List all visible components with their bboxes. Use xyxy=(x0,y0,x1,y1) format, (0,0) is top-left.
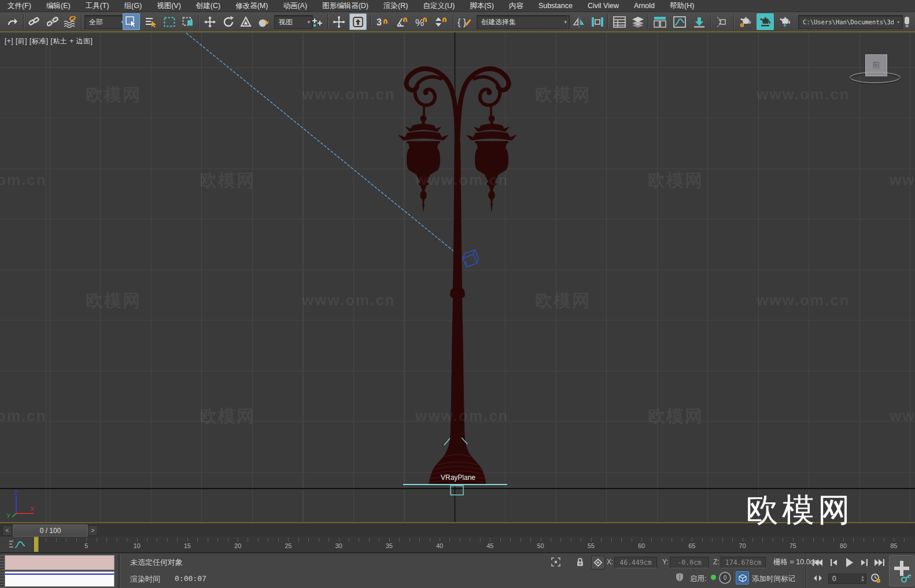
viewport-front[interactable]: Z X y [+] [前] [标准] [粘土 + 边面] 前 VRayPlane… xyxy=(0,32,915,522)
maxscript-listener-panel[interactable] xyxy=(5,571,115,587)
frame-tick xyxy=(611,538,612,542)
percent-snap-toggle[interactable]: % xyxy=(413,13,430,30)
clipped-toolbar-icon[interactable] xyxy=(900,13,914,30)
menu-edit[interactable]: 编辑(E) xyxy=(39,0,78,12)
render-production-button[interactable] xyxy=(776,13,794,30)
current-frame-value: 0 xyxy=(832,575,836,583)
spinner-snap-toggle[interactable] xyxy=(433,13,450,30)
select-and-place-button[interactable] xyxy=(254,13,272,30)
zero-badge[interactable]: 0 xyxy=(719,572,731,584)
menu-rendering[interactable]: 渲染(R) xyxy=(376,0,415,12)
align-button[interactable] xyxy=(589,13,606,30)
absolute-offset-mode-toggle[interactable] xyxy=(591,556,605,569)
named-selection-set-dropdown[interactable]: 创建选择集 ▾ xyxy=(477,15,570,29)
menu-create[interactable]: 创建(C) xyxy=(189,0,228,12)
frame-tick xyxy=(319,538,319,542)
current-frame-field[interactable]: 0 ▲▼ xyxy=(828,574,866,584)
viewport-label[interactable]: [+] [前] [标准] [粘土 + 边面] xyxy=(5,36,93,46)
frame-tick xyxy=(662,538,662,542)
frame-tick xyxy=(783,538,783,542)
menu-customize[interactable]: 自定义(U) xyxy=(415,0,462,12)
menu-scripting[interactable]: 脚本(S) xyxy=(462,0,501,12)
reference-coord-dropdown[interactable]: 视图 ▾ xyxy=(274,15,313,29)
frame-tick xyxy=(329,538,329,542)
time-tag-cube-button[interactable] xyxy=(736,571,749,585)
bind-spacewarp-icon[interactable] xyxy=(61,13,79,30)
menu-views[interactable]: 视图(V) xyxy=(149,0,189,12)
time-configuration-button[interactable] xyxy=(869,572,883,585)
unlink-icon[interactable] xyxy=(44,13,61,30)
dashed-arrows-icon[interactable] xyxy=(714,13,731,30)
select-and-move-button[interactable] xyxy=(201,13,219,30)
current-frame-marker[interactable] xyxy=(34,537,39,552)
redo-button[interactable] xyxy=(3,13,21,30)
curve-editor-button[interactable] xyxy=(671,13,688,30)
play-button[interactable] xyxy=(841,556,857,569)
shield-icon[interactable] xyxy=(673,571,686,583)
project-folder-dropdown[interactable]: C:\Users\Han\Documents\3ds Max 2022 ▾ xyxy=(798,15,903,29)
y-coordinate-field[interactable]: -0.0cm xyxy=(670,557,709,568)
select-object-button[interactable] xyxy=(123,13,140,30)
statusbar-grip[interactable] xyxy=(0,554,4,588)
select-and-manipulate-button[interactable] xyxy=(330,13,348,30)
macro-recorder-panel[interactable] xyxy=(5,555,115,570)
menu-animation[interactable]: 动画(A) xyxy=(275,0,315,12)
mirror-button[interactable] xyxy=(570,13,588,30)
x-coordinate-field[interactable]: 46.449cm xyxy=(614,557,657,568)
frame-spinner[interactable]: ▲▼ xyxy=(861,575,865,582)
angle-snap-toggle[interactable] xyxy=(393,13,411,30)
add-time-tag[interactable]: 添加时间标记 xyxy=(752,574,795,584)
go-to-end-button[interactable] xyxy=(872,556,887,569)
divider xyxy=(119,554,120,588)
mini-curve-editor-button[interactable] xyxy=(0,537,34,552)
snap-toggle-3d[interactable]: 3 xyxy=(374,13,391,30)
menu-group[interactable]: 组(G) xyxy=(117,0,150,12)
time-slider-handle[interactable]: 0 / 100 xyxy=(13,524,88,537)
scene-explorer-toggle[interactable] xyxy=(611,13,628,30)
menu-file[interactable]: 文件(F) xyxy=(0,0,39,12)
lamp-model[interactable] xyxy=(398,69,517,485)
isolate-selection-toggle[interactable] xyxy=(549,556,562,568)
keyboard-override-toggle[interactable] xyxy=(349,13,367,30)
time-slider-prev-button[interactable]: < xyxy=(2,525,12,536)
select-by-name-button[interactable] xyxy=(142,13,160,30)
menu-content[interactable]: 内容 xyxy=(501,0,531,12)
frame-label: 10 xyxy=(133,542,140,549)
previous-frame-button[interactable] xyxy=(826,556,840,569)
schematic-view-button[interactable] xyxy=(691,13,708,30)
menu-substance[interactable]: Substance xyxy=(531,0,580,12)
z-coordinate-field[interactable]: 174.678cm xyxy=(721,557,766,568)
frame-tick xyxy=(419,538,420,542)
frame-tick xyxy=(521,538,521,542)
vrayplane-label[interactable]: VRayPlane xyxy=(437,474,479,482)
frame-tick xyxy=(813,538,814,542)
go-to-start-button[interactable] xyxy=(810,556,824,569)
menu-civil-view[interactable]: Civil View xyxy=(580,0,626,12)
use-pivot-center-button[interactable] xyxy=(309,13,326,30)
select-and-rotate-button[interactable] xyxy=(220,13,237,30)
layer-explorer-toggle[interactable] xyxy=(629,13,647,30)
track-bar[interactable]: 0510152025303540455055606570758085 xyxy=(0,537,915,553)
link-icon[interactable] xyxy=(25,13,43,30)
window-crossing-toggle[interactable] xyxy=(179,13,197,30)
viewcube[interactable]: 前 xyxy=(865,54,887,76)
render-setup-button[interactable] xyxy=(737,13,754,30)
edit-named-sets-button[interactable]: { } xyxy=(456,13,473,30)
selection-filter-dropdown[interactable]: 全部 ▾ xyxy=(84,15,127,29)
menu-graph-editors[interactable]: 图形编辑器(D) xyxy=(315,0,376,12)
set-key-button[interactable] xyxy=(889,555,914,586)
time-slider-next-button[interactable]: > xyxy=(88,525,98,536)
rendered-frame-window-button[interactable] xyxy=(757,13,774,30)
key-mode-toggle[interactable] xyxy=(811,572,825,584)
next-frame-button[interactable] xyxy=(857,556,872,569)
menu-tools[interactable]: 工具(T) xyxy=(78,0,117,12)
ribbon-toggle[interactable] xyxy=(651,13,669,30)
menu-arnold[interactable]: Arnold xyxy=(626,0,662,12)
select-and-scale-button[interactable] xyxy=(237,13,254,30)
menu-help[interactable]: 帮助(H) xyxy=(662,0,702,12)
helper-cube-gizmo[interactable] xyxy=(459,250,478,267)
rectangular-selection-region-button[interactable] xyxy=(161,13,178,30)
selection-lock-toggle[interactable] xyxy=(574,556,586,568)
frame-tick xyxy=(510,538,511,542)
menu-modifiers[interactable]: 修改器(M) xyxy=(228,0,275,12)
